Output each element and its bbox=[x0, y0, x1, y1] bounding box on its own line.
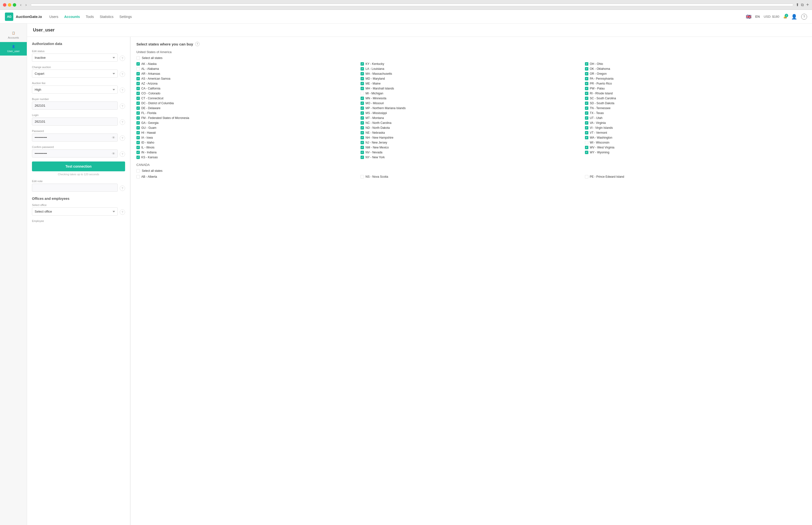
confirm-eye-icon[interactable]: 👁 bbox=[112, 152, 115, 155]
state-checkbox-ma[interactable] bbox=[361, 72, 364, 75]
state-checkbox-ca[interactable] bbox=[136, 87, 140, 90]
state-checkbox-gu[interactable] bbox=[136, 126, 140, 130]
state-checkbox-nv[interactable] bbox=[361, 151, 364, 154]
state-checkbox-vi[interactable] bbox=[585, 126, 588, 130]
status-select[interactable]: Inactive Active bbox=[32, 54, 118, 62]
state-checkbox-ky[interactable] bbox=[361, 62, 364, 65]
auction-select[interactable]: Copart IAAI bbox=[32, 70, 118, 78]
state-checkbox-id[interactable] bbox=[136, 141, 140, 144]
sidebar-item-user-user[interactable]: 👤 User_user bbox=[0, 42, 27, 56]
state-checkbox-ct[interactable] bbox=[136, 96, 140, 100]
state-checkbox-mi[interactable] bbox=[361, 92, 364, 95]
state-checkbox-nc[interactable] bbox=[361, 121, 364, 125]
password-help-button[interactable]: ? bbox=[120, 135, 125, 141]
login-input[interactable] bbox=[32, 118, 118, 125]
state-checkbox-az[interactable] bbox=[136, 82, 140, 85]
notifications-bell[interactable]: 🔔 2 bbox=[783, 15, 787, 18]
add-tab-button[interactable]: + bbox=[806, 2, 809, 7]
test-connection-button[interactable]: Test connection bbox=[32, 162, 125, 171]
office-select[interactable]: Select office bbox=[32, 208, 118, 215]
canada-state-checkbox-ab[interactable] bbox=[136, 175, 140, 178]
login-help-button[interactable]: ? bbox=[120, 119, 125, 125]
state-checkbox-fm[interactable] bbox=[136, 116, 140, 120]
share-button[interactable]: ⬆ bbox=[796, 2, 799, 7]
state-checkbox-or[interactable] bbox=[585, 72, 588, 75]
address-bar[interactable] bbox=[31, 4, 794, 6]
state-checkbox-pr[interactable] bbox=[585, 82, 588, 85]
state-checkbox-wy[interactable] bbox=[585, 151, 588, 154]
state-checkbox-nm[interactable] bbox=[361, 146, 364, 149]
confirm-input[interactable] bbox=[32, 149, 118, 158]
state-checkbox-va[interactable] bbox=[585, 121, 588, 125]
state-checkbox-tx[interactable] bbox=[585, 111, 588, 115]
state-checkbox-mh[interactable] bbox=[361, 87, 364, 90]
state-checkbox-fl[interactable] bbox=[136, 111, 140, 115]
nav-accounts[interactable]: Accounts bbox=[64, 14, 80, 20]
buyer-input[interactable] bbox=[32, 102, 118, 110]
password-eye-icon[interactable]: 👁 bbox=[112, 136, 115, 140]
state-checkbox-oh[interactable] bbox=[585, 62, 588, 65]
auction-help-button[interactable]: ? bbox=[120, 72, 125, 77]
office-help-button[interactable]: ? bbox=[120, 209, 125, 215]
buyer-help-button[interactable]: ? bbox=[120, 104, 125, 109]
confirm-help-button[interactable]: ? bbox=[120, 151, 125, 157]
state-checkbox-hi[interactable] bbox=[136, 131, 140, 134]
state-checkbox-wv[interactable] bbox=[585, 146, 588, 149]
help-icon[interactable]: ? bbox=[801, 14, 807, 20]
state-checkbox-ak[interactable] bbox=[136, 62, 140, 65]
state-checkbox-wi[interactable] bbox=[585, 141, 588, 144]
state-checkbox-sc[interactable] bbox=[585, 96, 588, 100]
state-checkbox-ri[interactable] bbox=[585, 92, 588, 95]
fee-select[interactable]: High Low Standard bbox=[32, 86, 118, 94]
state-checkbox-al[interactable] bbox=[136, 67, 140, 71]
state-checkbox-de[interactable] bbox=[136, 106, 140, 110]
state-checkbox-ia[interactable] bbox=[136, 136, 140, 139]
state-checkbox-md[interactable] bbox=[361, 77, 364, 80]
state-checkbox-ut[interactable] bbox=[585, 116, 588, 120]
note-input[interactable] bbox=[32, 184, 118, 192]
password-input[interactable] bbox=[32, 133, 118, 141]
state-checkbox-co[interactable] bbox=[136, 92, 140, 95]
canada-state-checkbox-pe[interactable] bbox=[585, 175, 588, 178]
minimize-button[interactable] bbox=[8, 3, 11, 6]
state-checkbox-me[interactable] bbox=[361, 82, 364, 85]
state-checkbox-ar[interactable] bbox=[136, 72, 140, 75]
nav-statistics[interactable]: Statistics bbox=[100, 14, 114, 20]
status-help-button[interactable]: ? bbox=[120, 56, 125, 61]
state-checkbox-mo[interactable] bbox=[361, 102, 364, 105]
fee-help-button[interactable]: ? bbox=[120, 88, 125, 93]
state-checkbox-mp[interactable] bbox=[361, 106, 364, 110]
state-checkbox-nh[interactable] bbox=[361, 136, 364, 139]
state-checkbox-ga[interactable] bbox=[136, 121, 140, 125]
state-checkbox-ne[interactable] bbox=[361, 131, 364, 134]
forward-button[interactable]: › bbox=[24, 2, 28, 7]
state-checkbox-dc[interactable] bbox=[136, 102, 140, 105]
nav-settings[interactable]: Settings bbox=[119, 14, 132, 20]
note-help-button[interactable]: ? bbox=[120, 185, 125, 191]
state-checkbox-nd[interactable] bbox=[361, 126, 364, 130]
select-all-usa-checkbox[interactable] bbox=[136, 56, 140, 60]
state-checkbox-mt[interactable] bbox=[361, 116, 364, 120]
state-checkbox-ms[interactable] bbox=[361, 111, 364, 115]
sidebar-item-accounts[interactable]: 📋 Accounts bbox=[0, 29, 27, 42]
state-checkbox-pw[interactable] bbox=[585, 87, 588, 90]
nav-tools[interactable]: Tools bbox=[86, 14, 94, 20]
state-checkbox-tn[interactable] bbox=[585, 106, 588, 110]
state-checkbox-ny[interactable] bbox=[361, 155, 364, 159]
states-help-icon[interactable]: ? bbox=[195, 42, 199, 46]
select-all-canada-checkbox[interactable] bbox=[136, 169, 140, 172]
state-checkbox-wa[interactable] bbox=[585, 136, 588, 139]
duplicate-button[interactable]: ⧉ bbox=[801, 2, 803, 7]
state-checkbox-nj[interactable] bbox=[361, 141, 364, 144]
state-checkbox-vt[interactable] bbox=[585, 131, 588, 134]
state-checkbox-pa[interactable] bbox=[585, 77, 588, 80]
state-checkbox-mn[interactable] bbox=[361, 96, 364, 100]
state-checkbox-ok[interactable] bbox=[585, 67, 588, 71]
back-button[interactable]: ‹ bbox=[19, 2, 23, 7]
state-checkbox-in[interactable] bbox=[136, 151, 140, 154]
state-checkbox-il[interactable] bbox=[136, 146, 140, 149]
close-button[interactable] bbox=[3, 3, 6, 6]
state-checkbox-as[interactable] bbox=[136, 77, 140, 80]
state-checkbox-la[interactable] bbox=[361, 67, 364, 71]
maximize-button[interactable] bbox=[13, 3, 16, 6]
